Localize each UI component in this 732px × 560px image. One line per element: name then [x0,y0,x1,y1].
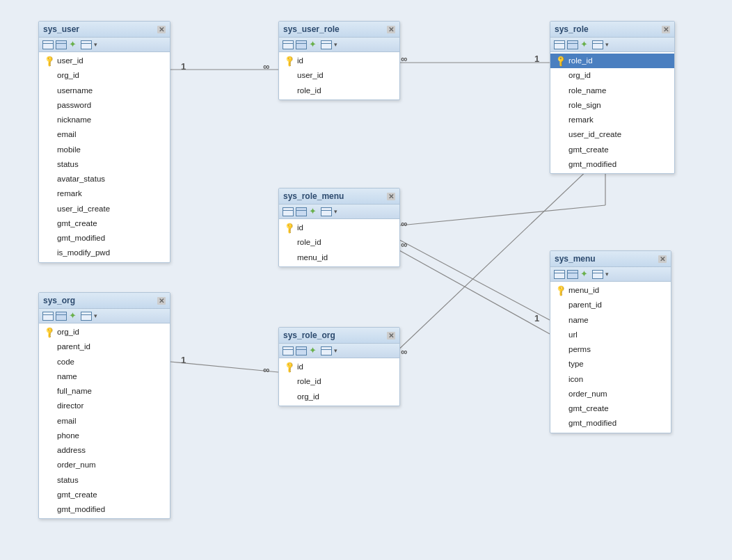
icon-table-ro1 [283,346,294,355]
table-sys-role-org: sys_role_org ✕ ✦ ▾ 🔑 id role_id org_id [278,327,400,406]
close-sys-role-org[interactable]: ✕ [387,332,395,339]
field-r-user-id-create: user_id_create [550,127,674,142]
field-o-director: director [39,399,170,413]
field-rm-id: 🔑 id [279,221,399,235]
field-o-gmt-create: gmt_create [39,488,170,502]
icon-table-rm1 [283,207,294,216]
icon-table-m3 [592,270,603,279]
rel-label-inf-e: ∞ [263,365,269,375]
icon-table2 [56,40,67,49]
close-sys-org[interactable]: ✕ [157,297,166,305]
icon-table1 [42,40,54,49]
field-rm-menu-id: menu_id [279,250,399,265]
toolbar-sys-user: ✦ ▾ [39,38,170,52]
dropdown-arrow-o[interactable]: ▾ [94,312,97,319]
close-sys-user-role[interactable]: ✕ [387,26,395,33]
svg-line-4 [393,237,550,320]
icon-star-rm: ✦ [309,207,319,216]
key-icon-rm-id: 🔑 [282,221,297,236]
er-diagram-canvas: 1 ∞ ∞ 1 ∞ ∞ 1 1 ∞ ∞ sys_user ✕ ✦ ▾ 🔑 use… [0,0,732,560]
table-header-sys-menu: sys_menu ✕ [550,251,671,267]
dropdown-arrow-ro[interactable]: ▾ [334,347,337,354]
field-r-gmt-modified: gmt_modified [550,157,674,172]
icon-table-ro3 [321,346,332,355]
field-email: email [39,127,170,142]
field-ro-role-id: role_id [279,374,399,389]
table-header-sys-role: sys_role ✕ [550,22,674,38]
table-header-sys-org: sys_org ✕ [39,293,170,309]
field-m-type: type [550,357,671,371]
field-m-menu-id: 🔑 menu_id [550,283,671,298]
key-icon-o-org-id: 🔑 [42,325,57,340]
field-m-gmt-modified: gmt_modified [550,416,671,431]
field-r-role-sign: role_sign [550,98,674,113]
field-m-icon: icon [550,372,671,387]
icon-table-ur3 [321,40,332,49]
icon-table3 [81,40,92,49]
table-sys-user-role: sys_user_role ✕ ✦ ▾ 🔑 id user_id role_id [278,21,400,100]
field-remark: remark [39,186,170,201]
field-status: status [39,157,170,172]
toolbar-sys-user-role: ✦ ▾ [279,38,399,52]
svg-line-5 [393,247,550,334]
close-sys-user[interactable]: ✕ [157,26,166,33]
table-sys-user: sys_user ✕ ✦ ▾ 🔑 user_id org_id username… [38,21,170,263]
icon-table-r3 [592,40,603,49]
icon-table-ro2 [296,346,307,355]
rel-label-1d: 1 [181,355,186,365]
table-header-sys-user: sys_user ✕ [39,22,170,38]
field-m-url: url [550,328,671,342]
field-r-role-id: 🔑 role_id [550,54,674,68]
field-r-org-id: org_id [550,68,674,83]
dropdown-arrow-m[interactable]: ▾ [605,271,609,278]
table-sys-role: sys_role ✕ ✦ ▾ 🔑 role_id org_id role_nam… [550,21,675,174]
rel-label-inf-b: ∞ [401,54,407,64]
rel-label-inf-d: ∞ [401,239,407,250]
field-password: password [39,98,170,113]
fields-sys-role-menu: 🔑 id role_id menu_id [279,219,399,266]
field-o-gmt-modified: gmt_modified [39,502,170,517]
field-user-id: 🔑 user_id [39,54,170,68]
icon-table-m1 [554,270,565,279]
dropdown-arrow[interactable]: ▾ [94,41,97,48]
fields-sys-role: 🔑 role_id org_id role_name role_sign rem… [550,52,674,173]
table-header-sys-role-menu: sys_role_menu ✕ [279,189,399,205]
field-avatar-status: avatar_status [39,172,170,186]
icon-table-m2 [567,270,578,279]
field-ro-org-id: org_id [279,390,399,404]
dropdown-arrow-ur[interactable]: ▾ [334,41,337,48]
field-o-full-name: full_name [39,384,170,399]
field-m-gmt-create: gmt_create [550,401,671,416]
rel-label-inf-c: ∞ [401,218,407,229]
icon-star: ✦ [69,40,79,49]
fields-sys-role-org: 🔑 id role_id org_id [279,358,399,406]
icon-table-ur1 [283,40,294,49]
icon-table-ur2 [296,40,307,49]
fields-sys-menu: 🔑 menu_id parent_id name url perms type … [550,282,671,433]
icon-table-o3 [81,312,92,321]
icon-star-m: ✦ [580,269,590,279]
field-o-phone: phone [39,429,170,443]
table-sys-role-menu: sys_role_menu ✕ ✦ ▾ 🔑 id role_id menu_id [278,188,400,267]
close-sys-role[interactable]: ✕ [662,26,670,33]
field-ur-user-id: user_id [279,68,399,83]
rel-label-1b: 1 [534,54,539,64]
rel-label-1a: 1 [181,61,186,72]
icon-table-o2 [56,312,67,321]
close-sys-role-menu[interactable]: ✕ [387,193,395,200]
field-o-address: address [39,443,170,458]
field-m-perms: perms [550,342,671,357]
close-sys-menu[interactable]: ✕ [658,255,667,263]
toolbar-sys-role-menu: ✦ ▾ [279,205,399,219]
field-o-order-num: order_num [39,458,170,472]
rel-label-inf-f: ∞ [401,346,407,357]
svg-line-6 [170,362,278,372]
field-ro-id: 🔑 id [279,360,399,374]
fields-sys-org: 🔑 org_id parent_id code name full_name d… [39,323,170,518]
key-icon-user-id: 🔑 [42,54,57,69]
dropdown-arrow-r[interactable]: ▾ [605,41,609,48]
field-org-id: org_id [39,68,170,83]
field-username: username [39,83,170,98]
table-header-sys-role-org: sys_role_org ✕ [279,328,399,344]
dropdown-arrow-rm[interactable]: ▾ [334,208,337,215]
